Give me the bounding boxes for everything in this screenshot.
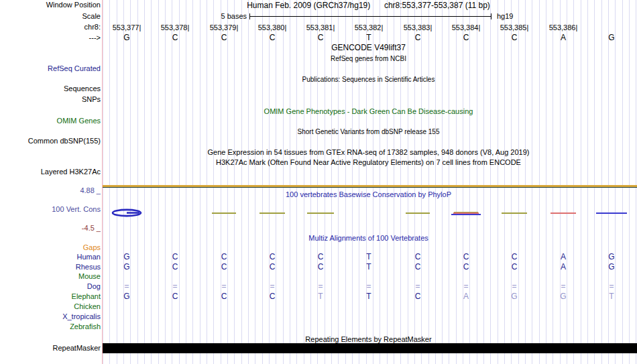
refseq-title[interactable]: RefSeq genes from NCBI: [103, 54, 634, 63]
alignment-base-letter: =: [151, 282, 199, 291]
phylop-score-mark[interactable]: [551, 213, 576, 214]
reference-base-letter: C: [248, 34, 296, 42]
alignment-base-letter: C: [151, 253, 199, 261]
alignment-base-letter: C: [200, 253, 248, 261]
track-label-species-rhesus[interactable]: Rhesus: [76, 263, 101, 271]
track-label-snps[interactable]: SNPs: [82, 95, 101, 104]
track-label-omim-genes[interactable]: OMIM Genes: [57, 117, 101, 125]
alignment-base-letter: C: [248, 263, 296, 271]
alignment-base-letter: C: [151, 292, 199, 301]
track-label-sequences[interactable]: Sequences: [64, 84, 101, 93]
alignment-base-letter: =: [103, 282, 151, 291]
alignment-base-letter: C: [394, 263, 442, 271]
alignment-base-letter: T: [345, 253, 393, 261]
repeatmasker-element-bar[interactable]: [103, 343, 637, 353]
alignment-base-letter: C: [442, 253, 490, 261]
alignment-base-letter: =: [345, 282, 393, 291]
track-label-refseq-curated[interactable]: RefSeq Curated: [48, 64, 101, 73]
alignment-base-letter: G: [587, 253, 636, 261]
alignment-base-letter: C: [296, 253, 345, 261]
track-label-species-zebrafish[interactable]: Zebrafish: [70, 322, 101, 331]
alignment-base-letter: C: [394, 292, 442, 301]
reference-base-letter: G: [103, 34, 151, 42]
phylop-score-mark[interactable]: [451, 214, 481, 215]
alignment-base-letter: C: [200, 263, 248, 271]
track-label-vert-cons[interactable]: 100 Vert. Cons: [52, 205, 101, 214]
alignment-base-letter: G: [539, 292, 587, 301]
alignment-base-letter: =: [296, 282, 345, 291]
reference-base-letter: A: [539, 34, 587, 42]
track-label-species-dog[interactable]: Dog: [87, 282, 101, 291]
alignment-base-letter: C: [296, 263, 345, 271]
alignment-base-letter: T: [587, 292, 636, 301]
track-label-phylop-min: -4.5 _: [82, 224, 101, 233]
reference-base-letter: C: [442, 34, 490, 42]
track-label-common-dbsnp[interactable]: Common dbSNP(155): [28, 137, 101, 145]
track-label-window-position: Window Position: [46, 1, 101, 9]
reference-base-letter: T: [345, 34, 393, 42]
alignment-base-letter: C: [248, 292, 296, 301]
track-label-species-chicken[interactable]: Chicken: [74, 302, 101, 311]
alignment-base-letter: C: [442, 263, 490, 271]
omim-title[interactable]: OMIM Gene Phenotypes - Dark Green Can Be…: [103, 107, 634, 116]
track-label-species-elephant[interactable]: Elephant: [72, 292, 101, 301]
position-label: 553,380|: [248, 23, 296, 32]
multiz-title[interactable]: Multiz Alignments of 100 Vertebrates: [103, 234, 634, 243]
phylop-title[interactable]: 100 vertebrates Basewise Conservation by…: [103, 190, 634, 199]
track-label-repeatmasker[interactable]: RepeatMasker: [52, 344, 101, 353]
alignment-base-letter: =: [200, 282, 248, 291]
position-label: 553,379|: [200, 23, 248, 32]
h3k27ac-title[interactable]: H3K27Ac Mark (Often Found Near Active Re…: [103, 158, 634, 167]
phylop-squashed-g-glyph[interactable]: [111, 208, 143, 219]
position-label: 553,384|: [442, 23, 490, 32]
alignment-base-letter: C: [490, 263, 538, 271]
reference-base-letter: C: [296, 34, 345, 42]
alignment-base-letter: C: [490, 253, 538, 261]
track-label-species-x-tropicalis[interactable]: X_tropicalis: [62, 312, 101, 321]
track-label-column: Window PositionScalechr8:--->RefSeq Cura…: [0, 0, 101, 364]
alignment-base-letter: C: [151, 263, 199, 271]
alignment-base-letter: G: [490, 292, 538, 301]
alignment-base-letter: T: [345, 292, 393, 301]
alignment-base-letter: T: [345, 263, 393, 271]
reference-base-letter: C: [490, 34, 538, 42]
gencode-title[interactable]: GENCODE V49lift37: [103, 44, 634, 52]
phylop-score-mark[interactable]: [307, 213, 334, 214]
alignment-base-letter: A: [539, 263, 587, 271]
alignment-base-letter: =: [248, 282, 296, 291]
track-label-scale: Scale: [82, 12, 101, 21]
track-label-species-human[interactable]: Human: [77, 253, 101, 261]
phylop-score-mark[interactable]: [502, 213, 527, 214]
track-label-layered-h3k27ac[interactable]: Layered H3K27Ac: [41, 168, 101, 176]
position-range: chr8:553,377-553,387 (11 bp): [384, 1, 490, 10]
track-label-chrom: chr8:: [84, 23, 101, 32]
position-label: 553,386|: [539, 23, 587, 32]
position-label: 553,385|: [490, 23, 538, 32]
position-label: 553,382|: [345, 23, 393, 32]
track-label-strand-arrow: --->: [89, 34, 101, 42]
alignment-base-letter: =: [394, 282, 442, 291]
assembly-title: Human Feb. 2009 (GRCh37/hg19): [247, 1, 370, 10]
phylop-score-mark[interactable]: [212, 213, 236, 214]
h3k27ac-signal-band[interactable]: [103, 185, 637, 188]
gtex-title[interactable]: Gene Expression in 54 tissues from GTEx …: [103, 148, 634, 157]
phylop-score-mark[interactable]: [259, 213, 285, 214]
publications-title[interactable]: Publications: Sequences in Scientific Ar…: [103, 75, 634, 84]
scale-line: [249, 16, 491, 17]
alignment-base-letter: =: [490, 282, 538, 291]
reference-base-letter: G: [587, 34, 636, 42]
alignment-base-letter: C: [200, 292, 248, 301]
alignment-base-letter: G: [103, 292, 151, 301]
alignment-base-letter: G: [103, 263, 151, 271]
alignment-base-letter: =: [442, 282, 490, 291]
dbsnp-title[interactable]: Short Genetic Variants from dbSNP releas…: [103, 127, 634, 136]
position-label: 553,383|: [394, 23, 442, 32]
alignment-base-letter: G: [103, 253, 151, 261]
phylop-score-mark[interactable]: [596, 213, 627, 214]
alignment-base-letter: C: [394, 253, 442, 261]
phylop-score-mark[interactable]: [406, 213, 430, 214]
alignment-base-letter: A: [442, 292, 490, 301]
track-label-gaps[interactable]: Gaps: [83, 243, 101, 252]
track-label-species-mouse[interactable]: Mouse: [78, 272, 101, 281]
window-position-title: Human Feb. 2009 (GRCh37/hg19) chr8:553,3…: [103, 1, 634, 10]
